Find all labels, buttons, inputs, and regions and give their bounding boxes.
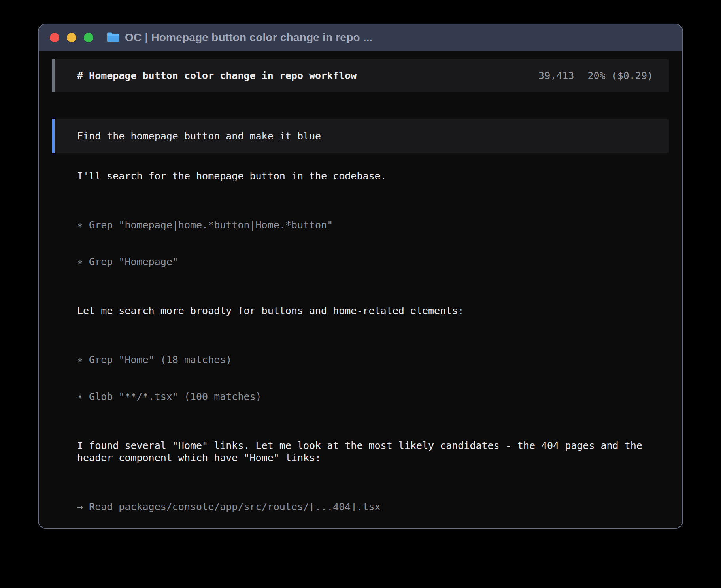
tool-call-grep: ∗ Grep "homepage|home.*button|Home.*butt…	[77, 219, 669, 231]
titlebar[interactable]: OC | Homepage button color change in rep…	[39, 24, 682, 51]
tool-call-grep: ∗ Grep "Home" (18 matches)	[77, 354, 669, 366]
tool-call-group: ∗ Grep "homepage|home.*button|Home.*butt…	[77, 194, 669, 292]
tool-call-read: → Read packages/console/app/src/routes/[…	[77, 501, 669, 513]
traffic-lights	[50, 33, 93, 42]
context-cost: 20% ($0.29)	[587, 70, 653, 82]
tool-call-glob: ∗ Glob "**/*.tsx" (100 matches)	[77, 390, 669, 403]
session-header: # Homepage button color change in repo w…	[52, 59, 669, 92]
assistant-paragraph: Let me search more broadly for buttons a…	[77, 305, 669, 317]
assistant-response: I'll search for the homepage button in t…	[52, 170, 669, 529]
token-count: 39,413	[538, 70, 574, 82]
user-message: Find the homepage button and make it blu…	[52, 119, 669, 153]
user-message-text: Find the homepage button and make it blu…	[77, 130, 321, 142]
terminal-content: # Homepage button color change in repo w…	[39, 51, 682, 529]
terminal-window: OC | Homepage button color change in rep…	[38, 24, 683, 529]
close-button[interactable]	[50, 33, 59, 42]
tool-call-group: → Read packages/console/app/src/routes/[…	[77, 476, 669, 529]
tool-call-group: ∗ Grep "Home" (18 matches) ∗ Glob "**/*.…	[77, 329, 669, 427]
session-title: # Homepage button color change in repo w…	[77, 70, 357, 82]
assistant-paragraph: I found several "Home" links. Let me loo…	[77, 439, 669, 464]
session-stats: 39,413 20% ($0.29)	[538, 70, 653, 82]
zoom-button[interactable]	[84, 33, 93, 42]
minimize-button[interactable]	[67, 33, 76, 42]
tool-call-grep: ∗ Grep "Homepage"	[77, 256, 669, 268]
window-title: OC | Homepage button color change in rep…	[125, 31, 373, 44]
assistant-paragraph: I'll search for the homepage button in t…	[77, 170, 669, 182]
folder-icon	[107, 32, 119, 43]
